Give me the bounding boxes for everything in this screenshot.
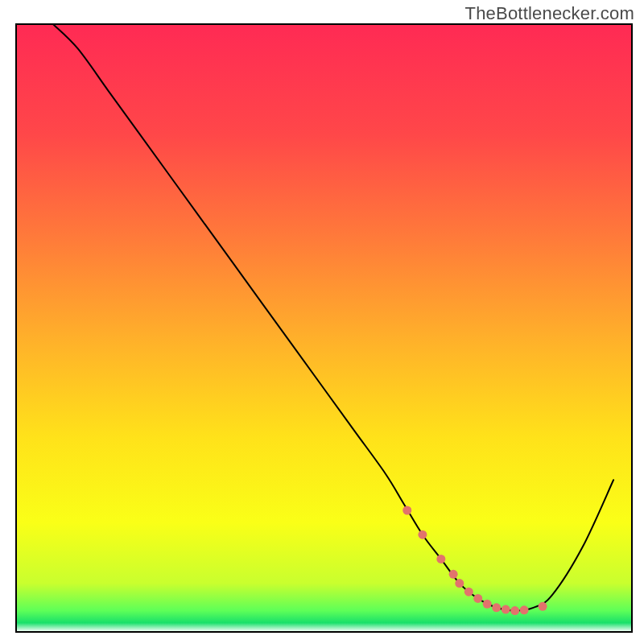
marker-dot [473, 594, 482, 603]
marker-dot [464, 588, 473, 597]
marker-dot [483, 600, 492, 609]
marker-dot [502, 605, 510, 614]
marker-dot [402, 506, 411, 515]
chart-container: TheBottlenecker.com [0, 0, 644, 644]
marker-dot [539, 602, 547, 611]
svg-rect-0 [16, 24, 632, 632]
marker-dot [449, 570, 458, 579]
marker-dot [418, 530, 427, 539]
bottleneck-curve-chart [0, 0, 644, 644]
marker-dot [520, 605, 529, 614]
watermark-text: TheBottlenecker.com [465, 3, 634, 24]
marker-dot [510, 606, 519, 615]
marker-dot [436, 555, 445, 564]
marker-dot [455, 579, 464, 588]
marker-dot [492, 603, 501, 612]
